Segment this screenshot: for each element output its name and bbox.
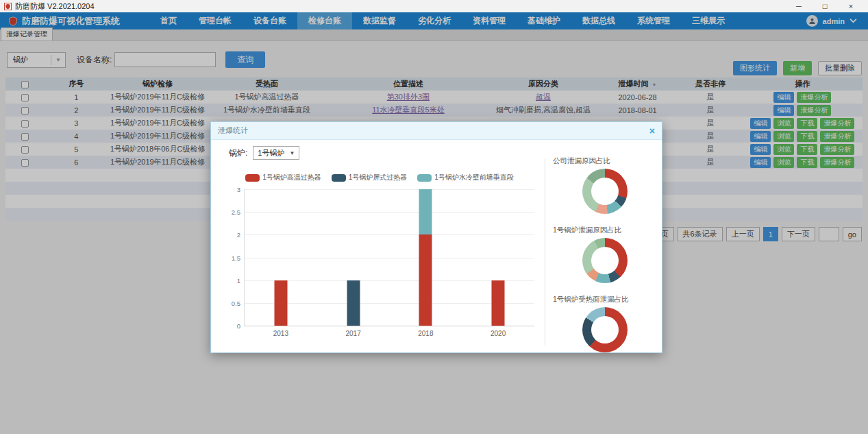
bar-2017 <box>347 189 360 326</box>
app-icon <box>4 3 12 10</box>
maximize-button[interactable]: □ <box>812 0 838 12</box>
legend-label: 1号锅炉水冷壁前墙垂直段 <box>434 173 514 182</box>
x-axis-label: 2013 <box>273 330 288 337</box>
modal-close-icon[interactable]: × <box>649 126 655 136</box>
gridline <box>245 234 534 235</box>
modal-header: 泄爆统计 × <box>211 122 662 140</box>
legend-label: 1号锅炉屏式过热器 <box>349 173 408 182</box>
modal-body: 锅炉: 1号锅炉 ▼ 1号锅炉高温过热器1号锅炉屏式过热器1号锅炉水冷壁前墙垂直… <box>211 140 662 352</box>
y-axis-tick: 2.5 <box>232 208 240 216</box>
donut-column: 公司泄漏原因占比1号锅炉泄漏原因占比1号锅炉受热面泄漏占比 <box>553 156 657 364</box>
window-title: 防磨防爆 V2.2021.0204 <box>15 1 95 12</box>
legend-swatch <box>332 174 346 182</box>
donut-hole <box>591 178 619 205</box>
bar-2020 <box>492 189 505 326</box>
chart-divider <box>545 159 545 346</box>
donut-chart-0: 公司泄漏原因占比 <box>553 156 657 226</box>
modal-title: 泄爆统计 <box>218 125 248 136</box>
bar-segment <box>419 189 432 234</box>
window-titlebar: 防磨防爆 V2.2021.0204 ─ □ × <box>0 0 868 12</box>
boiler-select[interactable]: 1号锅炉 ▼ <box>253 146 299 160</box>
bar-plot: 00.511.522.532013201720182020 <box>244 189 534 326</box>
x-axis-label: 2020 <box>491 330 506 337</box>
legend-swatch <box>245 174 260 182</box>
boiler-select-value: 1号锅炉 <box>258 148 284 158</box>
bar-chart-area: 1号锅炉高温过热器1号锅炉屏式过热器1号锅炉水冷壁前墙垂直段 00.511.52… <box>218 173 541 344</box>
bar-segment <box>274 280 287 326</box>
x-axis-label: 2017 <box>346 330 361 337</box>
donut-chart-1: 1号锅炉泄漏原因占比 <box>553 226 657 295</box>
legend-item-1: 1号锅炉屏式过热器 <box>332 173 408 182</box>
donut-chart-2: 1号锅炉受热面泄漏占比 <box>553 295 657 364</box>
donut-ring <box>582 307 628 352</box>
donut-ring <box>582 169 628 214</box>
x-axis-label: 2018 <box>418 330 433 337</box>
gridline <box>245 189 534 190</box>
gridline <box>245 258 534 258</box>
legend-label: 1号锅炉高温过热器 <box>262 173 321 182</box>
y-axis-tick: 2 <box>237 231 240 239</box>
donut-title: 1号锅炉受热面泄漏占比 <box>553 295 657 304</box>
y-axis-tick: 3 <box>237 186 240 193</box>
gridline <box>245 303 534 304</box>
donut-title: 1号锅炉泄漏原因占比 <box>553 226 657 235</box>
y-axis-tick: 0.5 <box>232 299 240 306</box>
legend-item-2: 1号锅炉水冷壁前墙垂直段 <box>417 173 514 182</box>
gridline <box>245 212 534 213</box>
donut-title: 公司泄漏原因占比 <box>553 156 657 166</box>
bar-segment <box>347 280 360 326</box>
chevron-down-icon: ▼ <box>289 150 295 156</box>
bar-segment <box>419 234 432 326</box>
legend-item-0: 1号锅炉高温过热器 <box>245 173 321 182</box>
y-axis-tick: 1 <box>237 276 240 284</box>
donut-hole <box>591 316 619 343</box>
y-axis-tick: 0 <box>237 322 240 330</box>
close-button[interactable]: × <box>838 0 864 12</box>
legend-swatch <box>417 174 432 182</box>
bar-segment <box>492 280 505 326</box>
y-axis-tick: 1.5 <box>232 254 240 261</box>
boiler-label: 锅炉: <box>229 147 247 159</box>
chart-legend: 1号锅炉高温过热器1号锅炉屏式过热器1号锅炉水冷壁前墙垂直段 <box>218 173 541 182</box>
bar-2013 <box>274 189 287 326</box>
bar-2018 <box>419 189 432 326</box>
donut-hole <box>591 247 619 274</box>
minimize-button[interactable]: ─ <box>786 0 812 12</box>
leak-stats-modal: 泄爆统计 × 锅炉: 1号锅炉 ▼ 1号锅炉高温过热器1号锅炉屏式过热器1号锅炉… <box>210 121 662 353</box>
donut-ring <box>582 238 628 283</box>
gridline <box>245 280 534 281</box>
